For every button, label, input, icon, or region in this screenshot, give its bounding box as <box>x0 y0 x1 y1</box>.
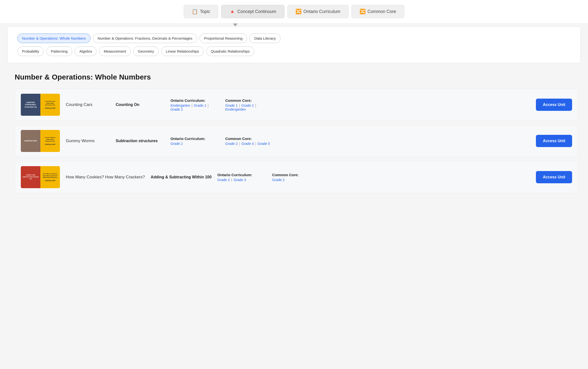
cc-link-kg[interactable]: Kindergarden <box>225 107 246 111</box>
unit-curriculum-3: Ontario Curriculum: Grade 2 | Grade 3 <box>217 173 266 182</box>
ontario-icon: 🔀 <box>295 9 302 14</box>
thumb-badge-1: Counting CarsMake MathMoments Unit <box>45 101 55 106</box>
concept-icon: 🔺 <box>229 9 235 14</box>
filter-row-2: Probability Patterning Algebra Measureme… <box>17 46 571 56</box>
unit-curriculum-2: Ontario Curriculum: Grade 2 <box>170 137 219 146</box>
ontario-link-k1[interactable]: Kindergarten <box>170 104 190 107</box>
unit-thumbnail-cookies: ADDING AND SUBTRACTING WITHIN 100 How Ma… <box>21 166 60 188</box>
unit-curriculum-label-2: Ontario Curriculum: <box>170 137 219 141</box>
unit-card-gummy-worms: SUBTRACTION Gummy WormsMake MathMoments … <box>15 125 578 157</box>
cc-link-g2-gw[interactable]: Grade 2 <box>225 142 238 146</box>
unit-curriculum-links-2: Grade 2 <box>170 142 219 146</box>
unit-common-core-1: Common Core: Grade 1 | Grade 2 | Kinderg… <box>225 98 279 111</box>
filter-chip-quadratic[interactable]: Quadratic Relationships <box>206 46 254 56</box>
filter-panel: Number & Operations: Whole Numbers Numbe… <box>7 26 581 63</box>
unit-curriculum-label-1: Ontario Curriculum: <box>170 98 219 103</box>
filter-chip-probability[interactable]: Probability <box>17 46 44 56</box>
unit-concept-3: Adding & Subtracting Within 100 <box>151 175 212 179</box>
access-btn-3[interactable]: Access Unit <box>536 171 572 183</box>
ontario-link-g1[interactable]: Grade 1 <box>194 104 206 107</box>
unit-thumbnail-gummy-worms: SUBTRACTION Gummy WormsMake MathMoments … <box>21 130 60 152</box>
cc-links-2: Grade 2 | Grade 4 | Grade 5 <box>225 142 279 146</box>
cc-label-1: Common Core: <box>225 98 279 103</box>
unit-concept-2: Subtraction structures <box>116 139 165 143</box>
ontario-link-g2[interactable]: Grade 2 <box>170 107 183 111</box>
unit-curriculum-1: Ontario Curriculum: Kindergarten | Grade… <box>170 98 219 111</box>
thumb-logo-3: making math <box>45 180 55 181</box>
filter-chip-fractions[interactable]: Number & Operations: Fractions, Decimals… <box>93 34 197 43</box>
ontario-link-g3-ck[interactable]: Grade 3 <box>234 178 246 182</box>
unit-common-core-3: Common Core: Grade 2 <box>272 173 326 182</box>
cc-link-g4-gw[interactable]: Grade 4 <box>241 142 254 146</box>
unit-curriculum-links-1: Kindergarten | Grade 1 | Grade 2 <box>170 104 219 111</box>
tab-cc-label: Common Core <box>368 9 396 14</box>
filter-chip-linear[interactable]: Linear Relationships <box>161 46 204 56</box>
cc-label-2: Common Core: <box>225 137 279 141</box>
main-content: Number & Operations: Whole Numbers ADDIT… <box>0 63 588 207</box>
tab-ontario-curriculum[interactable]: 🔀 Ontario Curriculum <box>287 5 349 18</box>
ontario-link-g2-ck[interactable]: Grade 2 <box>217 178 230 182</box>
unit-card-counting-cars: ADDITION STRATEGIES:COUNTING ON Counting… <box>15 89 578 121</box>
thumb-left-1: ADDITION STRATEGIES:COUNTING ON <box>21 94 40 116</box>
thumb-left-2: SUBTRACTION <box>21 130 40 152</box>
cc-link-g1[interactable]: Grade 1 <box>225 104 238 107</box>
filter-chip-geometry[interactable]: Geometry <box>133 46 159 56</box>
unit-thumbnail-counting-cars: ADDITION STRATEGIES:COUNTING ON Counting… <box>21 94 60 116</box>
cc-link-g2[interactable]: Grade 2 <box>241 104 254 107</box>
filter-chip-algebra[interactable]: Algebra <box>75 46 97 56</box>
filter-chip-proportional[interactable]: Proportional Reasoning <box>200 34 247 43</box>
unit-curriculum-label-3: Ontario Curriculum: <box>217 173 266 177</box>
access-btn-2[interactable]: Access Unit <box>536 135 572 147</box>
filter-chip-patterning[interactable]: Patterning <box>46 46 72 56</box>
tab-common-core[interactable]: 🔀 Common Core <box>351 5 404 18</box>
unit-name-3: How Many Cookies? How Many Crackers? <box>66 175 145 180</box>
cc-link-g2-ck[interactable]: Grade 2 <box>272 178 285 182</box>
thumb-right-3: How Many Cookies?How Many Crackers?Make … <box>40 166 60 188</box>
cc-links-1: Grade 1 | Grade 2 | Kindergarden <box>225 104 279 111</box>
tab-arrow <box>0 23 588 26</box>
thumb-logo-2: making math <box>45 143 55 145</box>
topic-icon: 📋 <box>192 9 198 14</box>
cc-link-g5-gw[interactable]: Grade 5 <box>258 142 270 146</box>
tab-ontario-label: Ontario Curriculum <box>304 9 340 14</box>
tab-concept-label: Concept Continuum <box>237 9 276 14</box>
tab-topic[interactable]: 📋 Topic <box>184 5 218 18</box>
section-title: Number & Operations: Whole Numbers <box>15 73 578 81</box>
unit-common-core-2: Common Core: Grade 2 | Grade 4 | Grade 5 <box>225 137 279 146</box>
cc-links-3: Grade 2 <box>272 178 326 182</box>
thumb-right-2: Gummy WormsMake MathMoments Unit making … <box>40 130 60 152</box>
filter-chip-data-literacy[interactable]: Data Literacy <box>249 34 280 43</box>
thumb-logo-1: making math <box>45 107 55 109</box>
access-btn-1[interactable]: Access Unit <box>536 99 572 111</box>
tab-concept-continuum[interactable]: 🔺 Concept Continuum <box>221 5 284 18</box>
tab-topic-label: Topic <box>200 9 210 14</box>
unit-card-cookies: ADDING AND SUBTRACTING WITHIN 100 How Ma… <box>15 161 578 193</box>
filter-chip-whole-numbers[interactable]: Number & Operations: Whole Numbers <box>17 34 90 43</box>
unit-name-1: Counting Cars <box>66 102 110 107</box>
thumb-badge-3: How Many Cookies?How Many Crackers?Make … <box>43 173 58 179</box>
thumb-right-1: Counting CarsMake MathMoments Unit makin… <box>40 94 60 116</box>
unit-curriculum-links-3: Grade 2 | Grade 3 <box>217 178 266 182</box>
filter-chip-measurement[interactable]: Measurement <box>99 46 131 56</box>
cc-icon: 🔀 <box>360 9 366 14</box>
cc-label-3: Common Core: <box>272 173 326 177</box>
unit-concept-1: Counting On <box>116 103 165 107</box>
ontario-link-g2-gw[interactable]: Grade 2 <box>170 142 183 146</box>
thumb-badge-2: Gummy WormsMake MathMoments Unit <box>45 137 56 142</box>
nav-tabs: 📋 Topic 🔺 Concept Continuum 🔀 Ontario Cu… <box>0 0 588 23</box>
unit-name-2: Gummy Worms <box>66 138 110 143</box>
thumb-left-3: ADDING AND SUBTRACTING WITHIN 100 <box>21 166 40 188</box>
filter-row-1: Number & Operations: Whole Numbers Numbe… <box>17 34 571 43</box>
